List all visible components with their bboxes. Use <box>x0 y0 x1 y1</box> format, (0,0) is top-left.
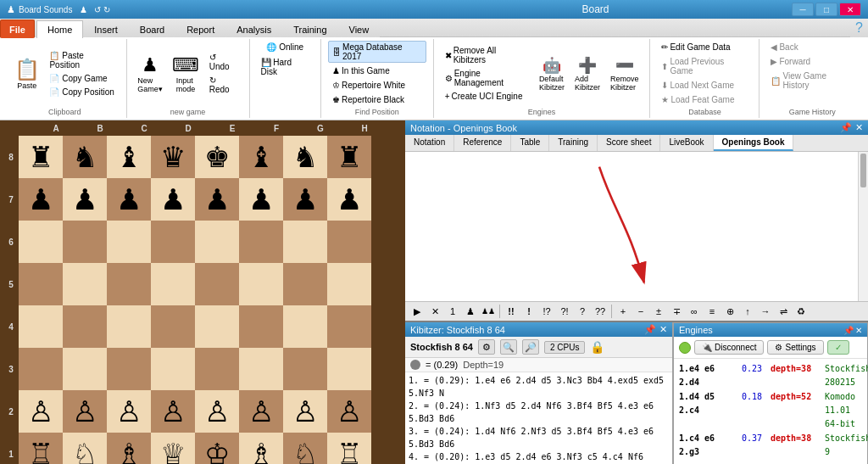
load-prev-game-button[interactable]: ⬆ Load Previous Game <box>657 55 752 77</box>
forward-button[interactable]: ▶ Forward <box>766 55 815 68</box>
square-d8[interactable]: ♛ <box>151 136 195 178</box>
square-h4[interactable] <box>327 305 371 348</box>
load-feat-game-button[interactable]: ★ Load Feat Game <box>657 93 738 106</box>
ann-minusplus-button[interactable]: ∓ <box>668 304 685 319</box>
tab-analysis[interactable]: Analysis <box>225 20 282 38</box>
ann-pawn-button[interactable]: ♟ <box>462 304 479 319</box>
square-d2[interactable]: ♙ <box>151 390 195 433</box>
rep-black-button[interactable]: ♚ Repertoire Black <box>328 93 409 106</box>
create-uci-button[interactable]: + Create UCI Engine <box>441 90 533 103</box>
new-game-button[interactable]: ♟ NewGame▾ <box>134 52 167 96</box>
ann-plus-button[interactable]: + <box>615 304 632 319</box>
tab-board[interactable]: Board <box>129 20 175 38</box>
square-f1[interactable]: ♗ <box>239 433 283 464</box>
hard-disk-button[interactable]: 💾 Hard Disk <box>257 56 314 78</box>
square-h5[interactable] <box>327 263 371 305</box>
square-d5[interactable] <box>151 263 195 305</box>
square-f5[interactable] <box>239 263 283 305</box>
square-a4[interactable] <box>19 305 63 348</box>
square-c4[interactable] <box>107 305 151 348</box>
ann-recycle-button[interactable]: ♻ <box>793 304 810 319</box>
add-kib-button[interactable]: ➕ AddKibitzer <box>570 53 604 94</box>
square-g2[interactable]: ♙ <box>283 390 327 433</box>
scrollbar-notation[interactable] <box>858 152 868 301</box>
notation-close-button[interactable]: ✕ <box>855 122 863 133</box>
square-h1[interactable]: ♖ <box>327 433 371 464</box>
ann-minus-button[interactable]: − <box>632 304 649 319</box>
square-h3[interactable] <box>327 348 371 390</box>
ann-circle-button[interactable]: ⊕ <box>721 304 738 319</box>
square-e4[interactable] <box>195 305 239 348</box>
square-h6[interactable] <box>327 221 371 263</box>
online-button[interactable]: 🌐 Online <box>262 41 308 53</box>
tab-report[interactable]: Report <box>175 20 225 38</box>
ann-double-excl-button[interactable]: !! <box>503 304 520 319</box>
square-c3[interactable] <box>107 348 151 390</box>
square-a2[interactable]: ♙ <box>19 390 63 433</box>
ann-plusminus-button[interactable]: ± <box>650 304 667 319</box>
square-f8[interactable]: ♝ <box>239 136 283 178</box>
edit-game-data-button[interactable]: ✏ Edit Game Data <box>657 41 734 53</box>
ann-up-button[interactable]: ↑ <box>739 304 756 319</box>
redo-button[interactable]: ↻ Redo <box>205 74 242 96</box>
square-b7[interactable]: ♟ <box>63 178 107 221</box>
square-h7[interactable]: ♟ <box>327 178 371 221</box>
copy-game-button[interactable]: 📄 Copy Game <box>45 72 119 85</box>
ann-play-button[interactable]: ▶ <box>409 304 426 319</box>
notation-tab-openings[interactable]: Openings Book <box>714 135 794 151</box>
close-button[interactable]: ✕ <box>839 3 861 16</box>
mega-db-button[interactable]: 🗄 Mega Database 2017 <box>328 41 426 63</box>
notation-tab-training[interactable]: Training <box>549 135 598 151</box>
default-kib-button[interactable]: 🤖 DefaultKibitzer <box>535 53 569 94</box>
ann-eq-button[interactable]: ≡ <box>704 304 721 319</box>
square-e5[interactable] <box>195 263 239 305</box>
square-d7[interactable]: ♟ <box>151 178 195 221</box>
in-this-game-button[interactable]: ♟ In this Game <box>328 64 394 77</box>
kib-zoom-icon[interactable]: 🔎 <box>522 339 539 355</box>
disconnect-button[interactable]: 🔌 Disconnect <box>694 340 764 355</box>
ann-q-excl-button[interactable]: ?! <box>556 304 573 319</box>
eng-close-button[interactable]: ✕ <box>855 326 862 335</box>
square-a7[interactable]: ♟ <box>19 178 63 221</box>
square-a5[interactable] <box>19 263 63 305</box>
ann-excl-button[interactable]: ! <box>520 304 537 319</box>
ann-excl-q-button[interactable]: !? <box>538 304 555 319</box>
eng-pin-button[interactable]: 📌 <box>843 326 854 335</box>
square-c6[interactable] <box>107 221 151 263</box>
square-d1[interactable]: ♕ <box>151 433 195 464</box>
checkmark-button[interactable]: ✓ <box>827 340 849 355</box>
square-e6[interactable] <box>195 221 239 263</box>
square-g8[interactable]: ♞ <box>283 136 327 178</box>
square-a8[interactable]: ♜ <box>19 136 63 178</box>
ann-1-button[interactable]: 1 <box>444 304 461 319</box>
rep-white-button[interactable]: ♔ Repertoire White <box>328 79 409 92</box>
kib-settings-icon[interactable]: ⚙ <box>478 339 495 355</box>
remove-kib-button[interactable]: ➖ RemoveKibitzer <box>606 53 643 94</box>
square-g5[interactable] <box>283 263 327 305</box>
view-history-button[interactable]: 📋 View Game History <box>766 70 858 92</box>
remove-all-kib-button[interactable]: ✖ Remove All Kibitzers <box>441 44 533 66</box>
square-f7[interactable]: ♟ <box>239 178 283 221</box>
square-g6[interactable] <box>283 221 327 263</box>
square-a3[interactable] <box>19 348 63 390</box>
notation-pin-button[interactable]: 📌 <box>840 122 852 133</box>
ann-arrows-button[interactable]: ⇌ <box>775 304 792 319</box>
square-d6[interactable] <box>151 221 195 263</box>
load-next-game-button[interactable]: ⬇ Load Next Game <box>657 79 738 92</box>
square-c2[interactable]: ♙ <box>107 390 151 433</box>
square-f4[interactable] <box>239 305 283 348</box>
square-f6[interactable] <box>239 221 283 263</box>
square-a6[interactable] <box>19 221 63 263</box>
square-d4[interactable] <box>151 305 195 348</box>
settings-button[interactable]: ⚙ Settings <box>767 340 823 355</box>
copy-position-button[interactable]: 📄 Copy Position <box>45 86 119 98</box>
kib-pin-button[interactable]: 📌 <box>644 324 656 335</box>
square-b8[interactable]: ♞ <box>63 136 107 178</box>
square-g1[interactable]: ♘ <box>283 433 327 464</box>
square-e2[interactable]: ♙ <box>195 390 239 433</box>
square-e1[interactable]: ♔ <box>195 433 239 464</box>
notation-tab-table[interactable]: Table <box>511 135 549 151</box>
notation-tab-livebook[interactable]: LiveBook <box>660 135 713 151</box>
maximize-button[interactable]: □ <box>815 3 837 16</box>
minimize-button[interactable]: ─ <box>792 3 814 16</box>
